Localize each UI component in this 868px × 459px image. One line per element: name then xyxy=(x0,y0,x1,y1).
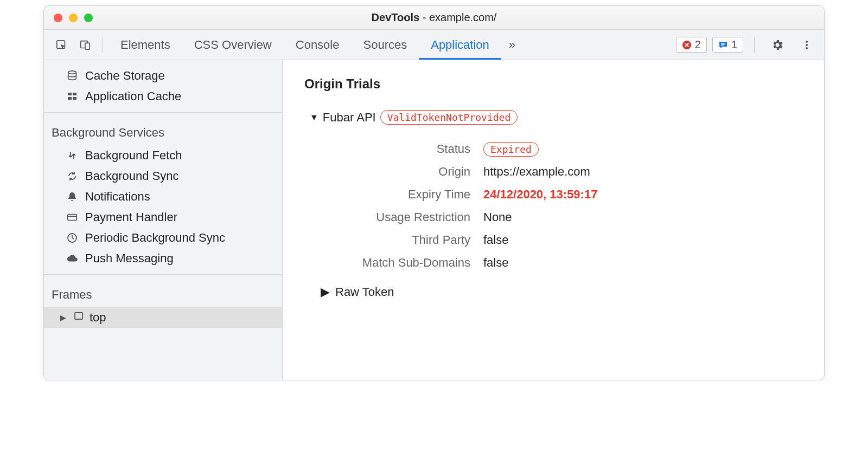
sidebar-item-label: Application Cache xyxy=(85,89,181,104)
svg-rect-10 xyxy=(68,97,72,100)
sidebar-item-bg-sync[interactable]: Background Sync xyxy=(44,166,282,186)
settings-icon[interactable] xyxy=(768,35,787,55)
row-third-party: Third Party false xyxy=(326,229,802,251)
sidebar-item-push[interactable]: Push Messaging xyxy=(44,248,282,269)
expand-triangle-icon: ▶ xyxy=(60,313,68,322)
maximize-window-button[interactable] xyxy=(84,14,93,22)
svg-rect-8 xyxy=(68,93,72,95)
svg-rect-9 xyxy=(73,93,76,95)
sidebar: Cache Storage Application Cache Backgrou… xyxy=(44,60,283,380)
value: Expired xyxy=(483,142,539,156)
messages-count: 1 xyxy=(731,38,737,51)
tab-console[interactable]: Console xyxy=(284,30,352,60)
svg-rect-11 xyxy=(73,97,76,100)
row-expiry: Expiry Time 24/12/2020, 13:59:17 xyxy=(326,183,802,206)
cloud-icon xyxy=(66,252,79,265)
traffic-lights xyxy=(44,14,93,22)
sidebar-item-label: Cache Storage xyxy=(85,69,165,83)
main-content: Origin Trials ▼ Fubar API ValidTokenNotP… xyxy=(283,60,824,380)
key-label: Status xyxy=(326,142,483,156)
key-label: Usage Restriction xyxy=(326,210,483,224)
bell-icon xyxy=(66,190,79,203)
key-label: Origin xyxy=(326,165,483,179)
trial-error-badge: ValidTokenNotProvided xyxy=(380,110,518,125)
collapse-triangle-icon: ▼ xyxy=(310,113,318,122)
cache-storage-icon xyxy=(66,69,79,82)
errors-badge[interactable]: 2 xyxy=(676,37,707,53)
key-label: Third Party xyxy=(326,233,483,247)
value: https://example.com xyxy=(483,165,590,179)
value: 24/12/2020, 13:59:17 xyxy=(483,188,597,202)
trial-header[interactable]: ▼ Fubar API ValidTokenNotProvided xyxy=(310,110,802,125)
svg-rect-12 xyxy=(68,215,77,221)
sidebar-item-notifications[interactable]: Notifications xyxy=(44,186,282,207)
minimize-window-button[interactable] xyxy=(69,14,78,22)
sidebar-group-frames: Frames ▶ top xyxy=(44,275,282,380)
svg-point-4 xyxy=(806,41,808,43)
row-usage: Usage Restriction None xyxy=(326,206,802,229)
svg-point-7 xyxy=(68,71,76,74)
bg-fetch-icon xyxy=(66,149,79,162)
bg-sync-icon xyxy=(66,170,79,183)
close-window-button[interactable] xyxy=(54,14,62,22)
svg-rect-2 xyxy=(85,43,90,49)
sidebar-item-label: Push Messaging xyxy=(85,251,174,266)
more-tabs-button[interactable]: » xyxy=(501,30,523,60)
svg-rect-14 xyxy=(75,313,82,319)
sidebar-item-frame-top[interactable]: ▶ top xyxy=(44,307,282,328)
sidebar-item-label: Background Sync xyxy=(85,169,178,183)
more-options-icon[interactable] xyxy=(797,35,816,55)
separator xyxy=(754,37,755,53)
row-origin: Origin https://example.com xyxy=(326,160,802,183)
inspect-element-icon[interactable] xyxy=(52,35,71,55)
sidebar-item-label: top xyxy=(90,311,106,325)
device-toolbar-icon[interactable] xyxy=(75,35,95,55)
window-title: DevTools - example.com/ xyxy=(44,11,824,24)
credit-card-icon xyxy=(66,211,79,224)
body: Cache Storage Application Cache Backgrou… xyxy=(44,60,824,380)
tab-application[interactable]: Application xyxy=(419,30,501,60)
window-titlebar: DevTools - example.com/ xyxy=(44,6,824,30)
tab-sources[interactable]: Sources xyxy=(351,30,419,60)
value: false xyxy=(483,256,508,270)
sidebar-item-application-cache[interactable]: Application Cache xyxy=(44,86,282,107)
error-icon xyxy=(682,40,692,50)
svg-point-5 xyxy=(806,44,808,46)
raw-token-toggle[interactable]: ▶ Raw Token xyxy=(321,285,802,299)
toolbar: Elements CSS Overview Console Sources Ap… xyxy=(44,30,824,60)
sidebar-item-bg-fetch[interactable]: Background Fetch xyxy=(44,145,282,166)
app-cache-icon xyxy=(66,90,79,103)
errors-count: 2 xyxy=(695,38,701,51)
svg-rect-0 xyxy=(57,40,65,48)
row-status: Status Expired xyxy=(326,138,802,160)
sidebar-item-cache-storage[interactable]: Cache Storage xyxy=(44,66,282,86)
sidebar-group-bg-services: Background Services Background Fetch Bac… xyxy=(44,113,282,275)
sidebar-group-cache: Cache Storage Application Cache xyxy=(44,60,282,113)
message-icon xyxy=(718,40,728,50)
raw-token-label: Raw Token xyxy=(335,285,394,299)
sidebar-item-label: Periodic Background Sync xyxy=(85,231,225,245)
devtools-window: DevTools - example.com/ Elements CSS Ove… xyxy=(43,5,825,380)
status-badge: Expired xyxy=(483,142,539,157)
trial-name: Fubar API xyxy=(323,111,376,125)
expand-triangle-icon: ▶ xyxy=(321,285,330,299)
separator xyxy=(103,37,103,53)
messages-badge[interactable]: 1 xyxy=(712,37,743,53)
sidebar-item-periodic-sync[interactable]: Periodic Background Sync xyxy=(44,228,282,248)
sidebar-item-label: Notifications xyxy=(85,190,150,204)
tab-elements[interactable]: Elements xyxy=(108,30,182,60)
sidebar-heading-bg: Background Services xyxy=(44,118,282,145)
key-label: Expiry Time xyxy=(326,188,483,202)
sidebar-item-label: Background Fetch xyxy=(85,148,182,163)
sidebar-item-label: Payment Handler xyxy=(85,210,177,224)
value: None xyxy=(483,210,512,224)
page-title: Origin Trials xyxy=(304,76,802,92)
tab-css-overview[interactable]: CSS Overview xyxy=(182,30,284,60)
sidebar-heading-frames: Frames xyxy=(44,280,282,307)
svg-point-6 xyxy=(806,47,808,49)
sidebar-item-payment[interactable]: Payment Handler xyxy=(44,207,282,228)
value: false xyxy=(483,233,508,247)
trial-details: Status Expired Origin https://example.co… xyxy=(326,138,802,274)
clock-icon xyxy=(66,231,79,244)
key-label: Match Sub-Domains xyxy=(326,256,483,270)
